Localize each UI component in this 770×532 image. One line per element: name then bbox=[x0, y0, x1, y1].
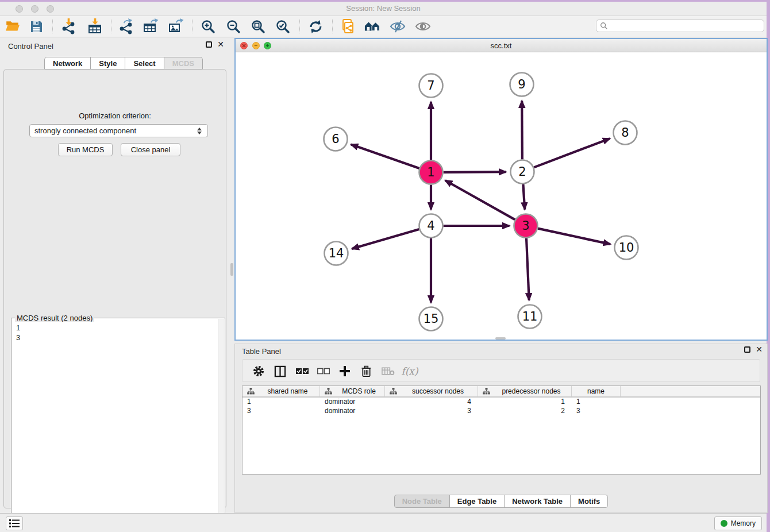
column-header-successor-nodes[interactable]: successor nodes bbox=[385, 386, 478, 396]
attribute-type-icon bbox=[483, 388, 490, 395]
save-session-icon[interactable] bbox=[28, 18, 44, 34]
svg-text:7: 7 bbox=[427, 79, 434, 92]
search-input[interactable] bbox=[608, 21, 764, 31]
import-table-icon[interactable] bbox=[87, 18, 103, 34]
result-scrollbar[interactable] bbox=[218, 319, 224, 532]
mcds-result-text[interactable]: 1 3 bbox=[12, 322, 218, 532]
hide-selected-icon[interactable] bbox=[390, 18, 406, 34]
graph-node-3: 3 bbox=[514, 214, 538, 238]
apply-layout-icon[interactable] bbox=[307, 18, 324, 34]
close-table-panel-icon[interactable]: ✕ bbox=[756, 346, 763, 353]
cell-predecessor-nodes[interactable]: 2 bbox=[478, 407, 572, 416]
tab-select[interactable]: Select bbox=[125, 57, 164, 70]
cell-name[interactable]: 3 bbox=[572, 407, 621, 416]
dropdown-stepper-icon bbox=[196, 128, 203, 134]
export-table-icon[interactable] bbox=[143, 18, 159, 34]
show-all-icon[interactable] bbox=[415, 18, 431, 34]
node-table-header: shared name MCDS role successor nodes pr… bbox=[242, 386, 760, 398]
svg-text:3: 3 bbox=[522, 219, 529, 233]
svg-text:4: 4 bbox=[427, 219, 434, 233]
delete-table-icon bbox=[380, 364, 395, 379]
table-panel: Table Panel ✕ bbox=[234, 344, 768, 513]
table-settings-gear-icon[interactable] bbox=[251, 364, 266, 379]
column-header-shared-name[interactable]: shared name bbox=[242, 386, 320, 396]
run-mcds-button[interactable]: Run MCDS bbox=[58, 143, 113, 156]
graph-node-15: 15 bbox=[419, 307, 443, 331]
column-header-mcds-role[interactable]: MCDS role bbox=[320, 386, 385, 396]
cell-shared-name[interactable]: 1 bbox=[242, 398, 320, 407]
toolbar-separator bbox=[52, 20, 53, 33]
svg-text:8: 8 bbox=[621, 126, 629, 140]
application-window: Session: New Session bbox=[0, 2, 767, 532]
canvas-hscrollbar-thumb[interactable] bbox=[495, 337, 506, 340]
tab-motifs[interactable]: Motifs bbox=[570, 495, 608, 508]
tab-mcds[interactable]: MCDS bbox=[164, 57, 203, 70]
table-panel-title: Table Panel bbox=[242, 347, 281, 356]
svg-text:14: 14 bbox=[329, 246, 344, 260]
table-row[interactable]: 1 dominator 4 1 1 bbox=[242, 398, 760, 407]
svg-text:11: 11 bbox=[522, 310, 538, 323]
column-header-predecessor-nodes[interactable]: predecessor nodes bbox=[478, 386, 572, 396]
graph-node-7: 7 bbox=[419, 74, 443, 98]
deselect-all-columns-icon[interactable] bbox=[316, 364, 331, 379]
tab-network-table[interactable]: Network Table bbox=[504, 495, 571, 508]
cell-successor-nodes[interactable]: 4 bbox=[385, 398, 478, 407]
export-image-icon[interactable] bbox=[168, 18, 184, 34]
float-panel-icon[interactable] bbox=[206, 41, 212, 48]
network-graph[interactable]: 7968124314101511 bbox=[236, 52, 767, 340]
tab-edge-table[interactable]: Edge Table bbox=[449, 495, 505, 508]
network-view-window: ✕ − + scc.txt 7968124314101511 bbox=[234, 38, 768, 341]
attribute-type-icon bbox=[247, 388, 255, 395]
show-columns-icon[interactable] bbox=[272, 364, 287, 379]
control-panel: Control Panel ✕ Network Style Select MCD… bbox=[0, 37, 230, 513]
column-header-name[interactable]: name bbox=[572, 386, 621, 396]
table-row[interactable]: 3 dominator 3 2 3 bbox=[242, 407, 760, 416]
memory-status-icon bbox=[721, 520, 727, 527]
cell-successor-nodes[interactable]: 3 bbox=[385, 407, 478, 416]
zoom-in-icon[interactable] bbox=[200, 18, 216, 34]
first-neighbors-icon[interactable] bbox=[364, 18, 380, 34]
criterion-value: strongly connected component bbox=[34, 126, 196, 135]
new-network-from-selection-icon[interactable] bbox=[340, 18, 356, 34]
close-panel-icon[interactable]: ✕ bbox=[217, 41, 224, 48]
svg-text:1: 1 bbox=[427, 165, 434, 179]
cell-mcds-role[interactable]: dominator bbox=[320, 398, 385, 407]
node-table: shared name MCDS role successor nodes pr… bbox=[242, 385, 761, 475]
zoom-fit-icon[interactable] bbox=[250, 18, 266, 34]
select-all-columns-icon[interactable] bbox=[295, 364, 310, 379]
search-field[interactable] bbox=[596, 20, 764, 32]
close-panel-button[interactable]: Close panel bbox=[121, 143, 180, 156]
mcds-panel-body: Optimization criterion: strongly connect… bbox=[3, 69, 226, 508]
cell-mcds-role[interactable]: dominator bbox=[320, 407, 385, 416]
cell-name[interactable]: 1 bbox=[572, 398, 621, 407]
import-network-icon[interactable] bbox=[60, 18, 76, 34]
mcds-result-title: MCDS result (2 nodes) bbox=[15, 314, 94, 322]
cell-predecessor-nodes[interactable]: 1 bbox=[478, 398, 572, 407]
open-session-icon[interactable] bbox=[5, 18, 21, 34]
tab-style[interactable]: Style bbox=[90, 57, 125, 70]
task-history-button[interactable] bbox=[6, 516, 23, 530]
zoom-out-icon[interactable] bbox=[225, 18, 241, 34]
delete-columns-icon[interactable] bbox=[359, 364, 374, 379]
tab-node-table[interactable]: Node Table bbox=[394, 495, 450, 508]
function-builder-icon: f(x) bbox=[402, 364, 417, 379]
tab-network[interactable]: Network bbox=[44, 57, 91, 70]
network-canvas[interactable]: 7968124314101511 bbox=[236, 52, 767, 340]
memory-label: Memory bbox=[731, 519, 756, 527]
create-column-icon[interactable] bbox=[337, 364, 352, 379]
criterion-dropdown[interactable]: strongly connected component bbox=[29, 124, 208, 137]
float-table-panel-icon[interactable] bbox=[744, 346, 750, 353]
panel-divider-handle[interactable] bbox=[230, 263, 233, 276]
app-titlebar: Session: New Session bbox=[0, 2, 767, 16]
optimization-criterion-label: Optimization criterion: bbox=[4, 111, 226, 120]
network-window-titlebar[interactable]: ✕ − + scc.txt bbox=[236, 39, 767, 52]
svg-text:6: 6 bbox=[332, 132, 339, 146]
zoom-selected-icon[interactable] bbox=[275, 18, 291, 34]
export-network-icon[interactable] bbox=[118, 18, 134, 34]
memory-button[interactable]: Memory bbox=[714, 516, 762, 530]
svg-text:15: 15 bbox=[424, 312, 439, 326]
main-toolbar bbox=[0, 16, 767, 37]
toolbar-separator bbox=[299, 20, 300, 33]
cell-shared-name[interactable]: 3 bbox=[242, 407, 320, 416]
control-panel-tabs: Network Style Select MCDS bbox=[44, 57, 203, 70]
